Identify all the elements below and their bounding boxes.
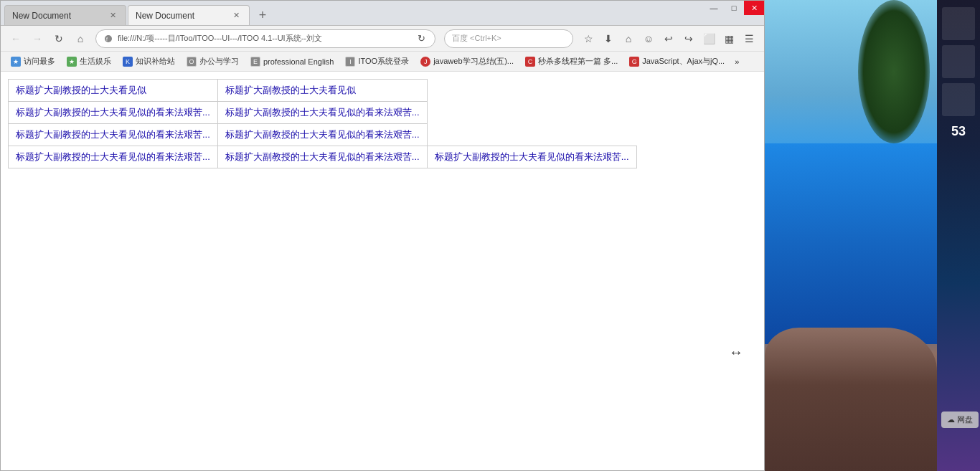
bookmark-knowledge-label: 知识补给站	[136, 56, 175, 67]
tab-2-title: New Document	[136, 11, 226, 21]
nav-icon-group: ☆ ⬇ ⌂ ☺ ↩ ↪ ⬜ ▦ ☰	[579, 29, 758, 48]
bookmark-entertainment[interactable]: ★ 生活娱乐	[62, 54, 116, 68]
table-cell	[427, 124, 636, 146]
tab-1-title: New Document	[12, 11, 103, 21]
new-tab-button[interactable]: +	[253, 5, 273, 25]
address-bar[interactable]: f file:///N:/项-----目/IToo/ITOO---UI---/I…	[95, 29, 435, 48]
download-icon[interactable]: ⬇	[599, 29, 618, 48]
home-button[interactable]: ⌂	[71, 29, 90, 48]
bookmark-javaweb-label: javaweb学习总结(五)...	[433, 56, 514, 67]
table-cell: 标题扩大副教授的士大夫看见似	[9, 80, 218, 102]
redo-icon[interactable]: ↪	[679, 29, 698, 48]
bookmark-english-label: professional English	[263, 57, 334, 66]
bookmark-english[interactable]: E professional English	[246, 55, 338, 68]
bookmark-visits-icon: ★	[11, 57, 21, 67]
home-icon2[interactable]: ⌂	[619, 29, 638, 48]
tabs-bar: New Document ✕ New Document ✕ +	[1, 0, 273, 25]
tab-1[interactable]: New Document ✕	[4, 5, 126, 25]
title-bar: New Document ✕ New Document ✕ + — □ ✕	[1, 1, 764, 26]
bookmark-english-icon: E	[250, 57, 260, 67]
bookmark-js-label: JavaScript、Ajax与jQ...	[642, 56, 725, 67]
cloud-drive-button[interactable]: ☁ 网盘	[941, 411, 979, 428]
table-cell: 标题扩大副教授的士大夫看见似的看来法艰苦...	[427, 146, 636, 168]
sidebar-tile-3	[942, 83, 975, 116]
bookmark-js[interactable]: G JavaScript、Ajax与jQ...	[625, 54, 729, 68]
tab-2-close[interactable]: ✕	[230, 10, 242, 22]
browser-window: New Document ✕ New Document ✕ + — □ ✕ ← …	[0, 0, 765, 471]
right-sidebar: 53 ☁ 网盘	[937, 0, 980, 471]
tree-decoration	[858, 0, 930, 143]
table-row: 标题扩大副教授的士大夫看见似的看来法艰苦...标题扩大副教授的士大夫看见似的看来…	[9, 124, 637, 146]
bookmarks-more-button[interactable]: »	[732, 56, 742, 67]
search-bar[interactable]: 百度 <Ctrl+K>	[444, 29, 573, 48]
bookmarks-bar: ★ 访问最多 ★ 生活娱乐 K 知识补给站 O 办公与学习 E professi…	[1, 52, 764, 72]
bookmark-itoo-label: ITOO系统登录	[358, 56, 409, 67]
bookmark-thread-icon: C	[525, 57, 535, 67]
bookmark-visits[interactable]: ★ 访问最多	[6, 54, 60, 68]
smiley-icon[interactable]: ☺	[639, 29, 658, 48]
nav-bar: ← → ↻ ⌂ f file:///N:/项-----目/IToo/ITOO--…	[1, 26, 764, 52]
bookmark-javaweb[interactable]: J javaweb学习总结(五)...	[416, 54, 518, 68]
back-button[interactable]: ←	[6, 29, 25, 48]
bookmark-office-icon: O	[187, 57, 197, 67]
bookmark-knowledge[interactable]: K 知识补给站	[118, 54, 179, 68]
page-content: 标题扩大副教授的士大夫看见似标题扩大副教授的士大夫看见似标题扩大副教授的士大夫看…	[1, 72, 764, 470]
reload-button[interactable]: ↻	[50, 29, 68, 48]
right-panel: 53 ☁ 网盘	[765, 0, 980, 471]
address-text: file:///N:/项-----目/IToo/ITOO---UI---/ITO…	[118, 33, 415, 44]
table-cell: 标题扩大副教授的士大夫看见似的看来法艰苦...	[217, 124, 427, 146]
sidebar-tile-1	[942, 7, 975, 40]
maximize-button[interactable]: □	[724, 1, 744, 15]
search-placeholder: 百度 <Ctrl+K>	[452, 33, 501, 44]
svg-text:f: f	[106, 37, 108, 42]
menu-icon[interactable]: ☰	[740, 29, 758, 48]
undo-icon[interactable]: ↩	[659, 29, 678, 48]
address-refresh-icon[interactable]: ↻	[415, 32, 428, 45]
table-cell: 标题扩大副教授的士大夫看见似的看来法艰苦...	[9, 124, 218, 146]
background-image	[765, 0, 937, 471]
bookmark-js-icon: G	[629, 57, 639, 67]
table-row: 标题扩大副教授的士大夫看见似标题扩大副教授的士大夫看见似	[9, 80, 637, 102]
tab-2[interactable]: New Document ✕	[128, 5, 250, 25]
sidebar-tile-2	[942, 45, 975, 78]
minimize-button[interactable]: —	[704, 1, 724, 15]
bookmark-office[interactable]: O 办公与学习	[182, 54, 243, 68]
address-favicon: f	[103, 34, 113, 44]
window-controls: — □ ✕	[704, 1, 764, 15]
bookmark-office-label: 办公与学习	[199, 56, 239, 67]
cloud-icon: ☁	[947, 415, 955, 424]
table-row: 标题扩大副教授的士大夫看见似的看来法艰苦...标题扩大副教授的士大夫看见似的看来…	[9, 102, 637, 124]
tab-1-close[interactable]: ✕	[107, 10, 118, 22]
table-cell: 标题扩大副教授的士大夫看见似	[217, 80, 427, 102]
data-table: 标题扩大副教授的士大夫看见似标题扩大副教授的士大夫看见似标题扩大副教授的士大夫看…	[8, 79, 637, 168]
bookmark-entertainment-label: 生活娱乐	[80, 56, 111, 67]
rock-decoration	[765, 328, 937, 471]
resize-cursor-icon: ↔	[729, 344, 743, 361]
bookmark-entertainment-icon: ★	[67, 57, 77, 67]
translate-icon[interactable]: ▦	[720, 29, 738, 48]
bookmark-knowledge-icon: K	[123, 57, 133, 67]
table-cell: 标题扩大副教授的士大夫看见似的看来法艰苦...	[9, 146, 218, 168]
bookmark-itoo[interactable]: I ITOO系统登录	[341, 54, 413, 68]
table-cell: 标题扩大副教授的士大夫看见似的看来法艰苦...	[217, 146, 427, 168]
bookmark-thread-label: 秒杀多线程第一篇 多...	[538, 56, 618, 67]
table-cell: 标题扩大副教授的士大夫看见似的看来法艰苦...	[9, 102, 218, 124]
cloud-label: 网盘	[957, 414, 973, 425]
screenshot-icon[interactable]: ⬜	[699, 29, 718, 48]
table-cell: 标题扩大副教授的士大夫看见似的看来法艰苦...	[217, 102, 427, 124]
bookmark-javaweb-icon: J	[420, 57, 430, 67]
sidebar-number: 53	[951, 124, 966, 139]
star-icon[interactable]: ☆	[579, 29, 598, 48]
table-row: 标题扩大副教授的士大夫看见似的看来法艰苦...标题扩大副教授的士大夫看见似的看来…	[9, 146, 637, 168]
bookmark-itoo-icon: I	[345, 57, 355, 67]
bookmark-thread[interactable]: C 秒杀多线程第一篇 多...	[521, 54, 622, 68]
close-button[interactable]: ✕	[744, 1, 764, 15]
water-decoration	[765, 143, 937, 344]
forward-button[interactable]: →	[28, 29, 47, 48]
bookmark-visits-label: 访问最多	[24, 56, 55, 67]
